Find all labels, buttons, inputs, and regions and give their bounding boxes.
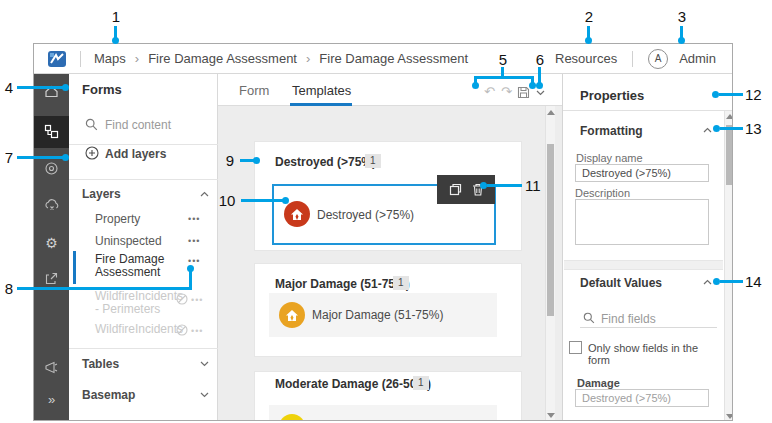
plus-circle-icon — [85, 146, 99, 160]
layer-options-icon[interactable]: ••• — [191, 326, 203, 336]
layers-section-header[interactable]: Layers — [82, 187, 121, 201]
callout-dot — [112, 37, 119, 44]
callout-dot — [282, 197, 289, 204]
feedback-icon[interactable] — [34, 361, 69, 374]
selected-layer-indicator — [73, 251, 76, 284]
properties-panel-title: Properties — [580, 88, 644, 103]
layer-options-icon[interactable]: ••• — [188, 236, 200, 246]
scrollbar-thumb[interactable] — [726, 125, 733, 185]
default-values-section-header[interactable]: Default Values — [580, 276, 662, 290]
resources-menu[interactable]: Resources — [555, 51, 617, 66]
properties-panel: Properties Formatting Display name Descr… — [562, 74, 733, 421]
display-name-label: Display name — [576, 152, 643, 164]
callout-line — [17, 86, 63, 89]
major-damage-symbol-icon — [279, 302, 305, 328]
formatting-section-header[interactable]: Formatting — [580, 124, 643, 138]
display-name-field[interactable] — [575, 164, 709, 182]
chevron-down-icon[interactable] — [536, 90, 545, 96]
template-card-moderate-damage[interactable]: Moderate Damage (26-50%) — [269, 405, 497, 421]
moderate-damage-symbol-icon — [279, 414, 305, 421]
save-icon[interactable] — [517, 86, 530, 99]
add-layers-button[interactable]: Add layers — [105, 147, 166, 161]
template-label: Moderate Damage (26-50%) — [312, 420, 464, 421]
template-group-title: Moderate Damage (26-50%) — [275, 377, 431, 391]
chevron-down-icon[interactable] — [200, 361, 209, 367]
layer-item-wildfire-incidents[interactable]: WildfireIncidents — [95, 323, 177, 336]
layer-item-wildfire-perimeters[interactable]: WildfireIncidents - Perimeters — [95, 290, 177, 316]
sharing-icon[interactable] — [34, 271, 69, 286]
template-count-badge: 1 — [393, 276, 409, 290]
callout-dot — [187, 265, 194, 272]
scroll-up-icon[interactable] — [726, 114, 733, 119]
scrollbar-thumb[interactable] — [547, 144, 554, 316]
only-show-fields-checkbox[interactable] — [569, 341, 582, 354]
tab-form[interactable]: Form — [239, 83, 269, 98]
tab-templates[interactable]: Templates — [292, 83, 351, 98]
callout-dot — [62, 84, 69, 91]
find-fields-input[interactable]: Find fields — [601, 312, 656, 326]
breadcrumb-separator-icon: › — [135, 51, 139, 66]
divider — [563, 110, 733, 111]
layer-item-uninspected[interactable]: Uninspected — [95, 235, 177, 248]
divider — [69, 179, 218, 180]
callout-number-14: 14 — [745, 273, 771, 290]
callout-line — [720, 280, 743, 283]
callout-number-4: 4 — [2, 79, 16, 96]
divider — [580, 327, 717, 328]
template-label: Destroyed (>75%) — [317, 208, 414, 222]
layer-item-fire-damage-assessment[interactable]: Fire Damage Assessment — [95, 253, 177, 279]
description-field[interactable] — [575, 199, 709, 245]
collapse-icon[interactable]: » — [34, 392, 69, 407]
layer-item-property[interactable]: Property — [95, 213, 177, 226]
callout-number-13: 13 — [745, 120, 771, 137]
layer-options-icon[interactable]: ••• — [191, 295, 203, 305]
damage-field[interactable] — [575, 389, 709, 407]
avatar[interactable]: A — [648, 49, 668, 69]
basemap-section-header[interactable]: Basemap — [82, 388, 135, 402]
scroll-down-icon[interactable] — [547, 413, 555, 418]
redo-icon[interactable]: ↷ — [501, 85, 512, 98]
settings-gear-icon[interactable]: ⚙ — [34, 234, 69, 252]
forms-panel-title: Forms — [82, 82, 122, 97]
callout-line — [241, 199, 285, 202]
duplicate-icon[interactable] — [449, 183, 462, 196]
find-content-input[interactable]: Find content — [105, 118, 171, 132]
callout-line — [474, 76, 534, 79]
template-group-title: Destroyed (>75%) — [275, 155, 376, 169]
breadcrumb-separator-icon: › — [306, 51, 310, 66]
chevron-up-icon[interactable] — [703, 279, 712, 285]
chevron-up-icon[interactable] — [200, 191, 209, 197]
template-card-major-damage[interactable]: Major Damage (51-75%) — [269, 293, 497, 337]
callout-number-1: 1 — [108, 8, 124, 25]
template-group-destroyed: Destroyed (>75%) 1 Destroyed (>75%) — [254, 141, 522, 251]
chevron-down-icon[interactable] — [200, 392, 209, 398]
forms-icon[interactable] — [34, 124, 69, 139]
layer-options-icon[interactable]: ••• — [188, 214, 200, 224]
callout-line — [720, 127, 743, 130]
description-label: Description — [575, 187, 630, 199]
properties-scrollbar[interactable] — [724, 111, 733, 421]
editor-scrollbar[interactable] — [545, 106, 555, 421]
scroll-up-icon[interactable] — [547, 110, 555, 115]
callout-dot — [713, 278, 720, 285]
search-icon — [85, 118, 98, 131]
unsupported-icon — [176, 324, 188, 336]
offline-icon[interactable] — [34, 198, 69, 212]
template-group-title: Major Damage (51-75%) — [275, 277, 410, 291]
chevron-up-icon[interactable] — [703, 127, 712, 133]
undo-icon[interactable]: ↶ — [484, 85, 495, 98]
section-gap — [564, 260, 723, 270]
breadcrumb-map-name[interactable]: Fire Damage Assessment — [148, 51, 297, 66]
callout-number-7: 7 — [2, 149, 16, 166]
callout-dot — [480, 182, 487, 189]
user-menu[interactable]: Admin — [679, 51, 716, 66]
geofences-icon[interactable] — [34, 161, 69, 176]
breadcrumb-layer-name: Fire Damage Assessment — [319, 51, 468, 66]
tables-section-header[interactable]: Tables — [82, 357, 119, 371]
app-header: Maps › Fire Damage Assessment › Fire Dam… — [34, 44, 732, 74]
callout-dot — [678, 37, 685, 44]
scroll-down-icon[interactable] — [726, 414, 733, 419]
active-tab-indicator — [290, 103, 352, 106]
breadcrumb-maps[interactable]: Maps — [94, 51, 126, 66]
callout-line — [538, 67, 541, 83]
